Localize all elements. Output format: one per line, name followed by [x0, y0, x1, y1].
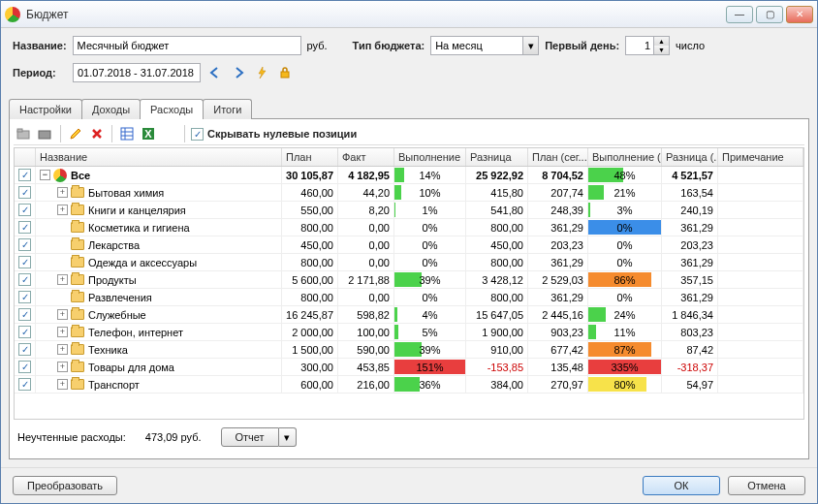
table-row[interactable]: ✓+Транспорт600,00216,0036%384,00270,9780… — [15, 376, 803, 394]
row-name: Транспорт — [88, 379, 140, 391]
table-row[interactable]: ✓+Техника1 500,00590,0039%910,00677,4287… — [15, 341, 803, 359]
spin-up-icon[interactable]: ▲ — [653, 37, 669, 46]
table-row[interactable]: ✓+Товары для дома300,00453,85151%-153,85… — [15, 359, 803, 376]
row-checkbox[interactable]: ✓ — [18, 361, 31, 373]
row-checkbox[interactable]: ✓ — [18, 186, 31, 199]
cell-diff-today: -318,37 — [662, 359, 718, 375]
spin-down-icon[interactable]: ▼ — [653, 46, 669, 54]
cell-exec: 36% — [394, 376, 466, 393]
cell-plan-today: 361,29 — [528, 289, 588, 305]
cell-exec-today: 11% — [588, 324, 662, 340]
tab-settings[interactable]: Настройки — [9, 99, 82, 119]
expand-icon[interactable]: + — [57, 309, 68, 320]
row-checkbox[interactable]: ✓ — [18, 169, 31, 181]
expand-icon[interactable]: + — [57, 327, 68, 337]
cell-exec: 0% — [394, 219, 466, 236]
row-checkbox[interactable]: ✓ — [18, 221, 31, 234]
cell-plan-today: 361,29 — [528, 254, 588, 270]
excel-icon[interactable]: X — [140, 125, 157, 142]
row-checkbox[interactable]: ✓ — [18, 238, 31, 251]
arrow-right-icon[interactable] — [230, 64, 247, 81]
chevron-down-icon[interactable]: ▾ — [279, 427, 297, 447]
row-checkbox[interactable]: ✓ — [18, 204, 31, 216]
report-button[interactable]: Отчет ▾ — [221, 427, 297, 447]
chart-icon[interactable] — [161, 125, 178, 142]
transform-button[interactable]: Преобразовать — [13, 476, 117, 495]
table-row[interactable]: ✓+Служебные16 245,87598,824%15 647,052 4… — [15, 306, 803, 324]
table-row[interactable]: ✓Одежда и аксессуары800,000,000%800,0036… — [15, 254, 803, 271]
budget-type-select[interactable]: На месяц ▾ — [430, 36, 539, 55]
close-button[interactable]: ✕ — [786, 6, 813, 23]
expand-icon[interactable]: + — [57, 344, 68, 355]
minimize-button[interactable]: — — [726, 6, 753, 23]
cell-note — [718, 306, 803, 323]
expand-icon[interactable]: + — [57, 205, 68, 215]
cell-fact: 453,85 — [338, 359, 394, 375]
col-plan2[interactable]: План (сег... — [528, 148, 588, 166]
tab-expenses[interactable]: Расходы — [140, 99, 204, 119]
ok-button[interactable]: ОК — [643, 476, 720, 495]
name-input[interactable] — [73, 36, 301, 55]
row-checkbox[interactable]: ✓ — [18, 308, 31, 321]
table-icon[interactable] — [118, 125, 136, 142]
open-folder-icon[interactable] — [37, 125, 54, 142]
table-row[interactable]: ✓+Книги и канцелярия550,008,201%541,8024… — [15, 202, 803, 219]
col-plan[interactable]: План — [282, 148, 338, 166]
table-row[interactable]: ✓+Бытовая химия460,0044,2010%415,80207,7… — [15, 184, 803, 202]
arrow-left-icon[interactable] — [206, 64, 224, 81]
col-exec[interactable]: Выполнение — [394, 148, 466, 166]
lightning-icon[interactable] — [253, 64, 270, 81]
cell-diff-today: 357,15 — [662, 271, 718, 288]
expand-icon[interactable]: − — [40, 170, 50, 180]
col-fact[interactable]: Факт — [338, 148, 394, 166]
row-checkbox[interactable]: ✓ — [18, 326, 31, 338]
col-diff2[interactable]: Разница (... — [662, 148, 718, 166]
cell-exec: 39% — [394, 271, 466, 288]
lock-icon[interactable] — [276, 64, 294, 81]
cell-exec-today: 0% — [588, 289, 662, 305]
app-icon — [5, 7, 20, 22]
row-checkbox[interactable]: ✓ — [18, 378, 31, 391]
expand-icon[interactable]: + — [57, 379, 68, 390]
expand-icon[interactable]: + — [57, 274, 68, 285]
folder-icon — [71, 239, 84, 250]
currency-label: руб. — [307, 40, 328, 51]
col-name[interactable]: Название — [36, 148, 282, 166]
chevron-down-icon: ▾ — [522, 37, 538, 54]
hide-zero-checkbox[interactable]: ✓ — [191, 128, 204, 141]
maximize-button[interactable]: ▢ — [756, 6, 783, 23]
col-note[interactable]: Примечание — [718, 148, 803, 166]
expand-icon[interactable]: + — [57, 187, 68, 198]
row-checkbox[interactable]: ✓ — [18, 343, 31, 356]
grid[interactable]: Название План Факт Выполнение Разница Пл… — [14, 147, 804, 420]
row-checkbox[interactable]: ✓ — [18, 291, 31, 303]
table-row[interactable]: ✓Лекарства450,000,000%450,00203,230%203,… — [15, 236, 803, 254]
table-row[interactable]: ✓−Все30 105,874 182,9514%25 922,928 704,… — [15, 167, 803, 184]
table-row[interactable]: ✓+Телефон, интернет2 000,00100,005%1 900… — [15, 324, 803, 341]
edit-icon[interactable] — [67, 125, 84, 142]
cell-fact: 0,00 — [338, 219, 394, 236]
row-checkbox[interactable]: ✓ — [18, 273, 31, 286]
firstday-spinner[interactable]: ▲▼ — [625, 36, 670, 55]
svg-rect-2 — [17, 129, 22, 132]
cancel-button[interactable]: Отмена — [728, 476, 805, 495]
row-checkbox[interactable]: ✓ — [18, 256, 31, 268]
tab-income[interactable]: Доходы — [81, 99, 141, 119]
col-diff[interactable]: Разница — [466, 148, 528, 166]
table-row[interactable]: ✓Косметика и гигиена800,000,000%800,0036… — [15, 219, 803, 236]
col-exec2[interactable]: Выполнение (... — [588, 148, 662, 166]
cell-plan: 2 000,00 — [282, 324, 338, 340]
tab-totals[interactable]: Итоги — [203, 99, 252, 119]
table-row[interactable]: ✓+Продукты5 600,002 171,8839%3 428,122 5… — [15, 271, 803, 289]
firstday-value[interactable] — [626, 37, 653, 54]
table-row[interactable]: ✓Развлечения800,000,000%800,00361,290%36… — [15, 289, 803, 306]
period-input[interactable] — [73, 63, 201, 82]
svg-text:X: X — [144, 128, 152, 140]
delete-icon[interactable] — [88, 125, 106, 142]
new-folder-icon[interactable] — [16, 125, 33, 142]
expand-icon[interactable]: + — [57, 362, 68, 372]
row-name: Бытовая химия — [88, 187, 164, 199]
cell-exec: 39% — [394, 341, 466, 358]
cell-plan: 5 600,00 — [282, 271, 338, 288]
cell-diff: 1 900,00 — [466, 324, 528, 340]
